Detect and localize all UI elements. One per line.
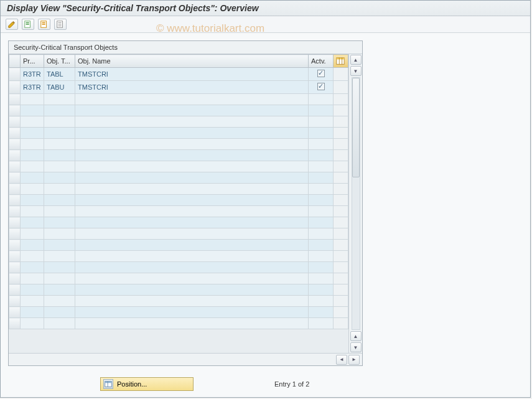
content-area: Security-Critical Transport Objects Pr..…	[1, 33, 530, 366]
edit-icon[interactable]	[6, 19, 18, 30]
scroll-thumb[interactable]	[352, 78, 360, 177]
scroll-right-icon[interactable]: ►	[348, 355, 360, 365]
table-row[interactable]	[9, 240, 348, 251]
table-row[interactable]	[9, 217, 348, 228]
row-selector[interactable]	[9, 195, 21, 206]
svg-rect-5	[42, 24, 45, 25]
row-selector[interactable]	[9, 240, 21, 251]
table-settings-icon[interactable]	[334, 55, 348, 68]
cell-objname: TMSTCRI	[75, 68, 309, 81]
cell-objtype: TABU	[44, 81, 75, 94]
row-selector[interactable]	[9, 105, 21, 116]
cell-pad	[334, 68, 348, 81]
table-row[interactable]	[9, 161, 348, 172]
window-frame: Display View "Security-Critical Transpor…	[0, 0, 531, 398]
entry-counter: Entry 1 of 2	[274, 380, 309, 388]
col-header-actv[interactable]: Actv.	[309, 55, 334, 68]
scroll-bottom-icon[interactable]: ▼	[350, 342, 362, 352]
scroll-left-icon[interactable]: ◄	[336, 355, 347, 365]
row-selector[interactable]	[9, 251, 21, 262]
scroll-track[interactable]	[352, 77, 360, 330]
col-header-objname[interactable]: Obj. Name	[75, 55, 309, 68]
row-selector[interactable]	[9, 172, 21, 184]
row-selector[interactable]	[9, 284, 21, 296]
col-header-objtype[interactable]: Obj. T...	[44, 55, 75, 68]
page-title: Display View "Security-Critical Transpor…	[1, 1, 530, 16]
row-selector[interactable]	[9, 296, 21, 307]
cell-actv[interactable]	[309, 81, 334, 94]
sheet-green-icon[interactable]	[22, 19, 34, 30]
table-row[interactable]	[9, 195, 348, 206]
table-row[interactable]	[9, 318, 348, 329]
footer: Position... Entry 1 of 2	[1, 377, 530, 391]
table-row[interactable]	[9, 206, 348, 217]
row-selector[interactable]	[9, 94, 21, 105]
row-selector[interactable]	[9, 116, 21, 128]
row-selector[interactable]	[9, 262, 21, 273]
table-row[interactable]	[9, 184, 348, 195]
cell-actv[interactable]	[309, 68, 334, 81]
cell-objtype: TABL	[44, 68, 75, 81]
row-selector[interactable]	[9, 273, 21, 284]
position-button-label: Position...	[117, 380, 147, 388]
vertical-scrollbar[interactable]: ▲ ▼ ▲ ▼	[348, 54, 362, 353]
svg-rect-11	[337, 58, 344, 60]
row-selector[interactable]	[9, 161, 21, 172]
svg-rect-4	[42, 22, 45, 24]
row-selector[interactable]	[9, 184, 21, 195]
cell-pr: R3TR	[21, 81, 44, 94]
row-selector[interactable]	[9, 217, 21, 228]
table-row[interactable]	[9, 139, 348, 150]
row-selector[interactable]	[9, 81, 21, 94]
cell-pr: R3TR	[21, 68, 44, 81]
table-row[interactable]	[9, 94, 348, 105]
row-selector[interactable]	[9, 139, 21, 150]
table-row[interactable]	[9, 116, 348, 128]
toolbar	[1, 16, 530, 33]
checkbox-icon[interactable]	[317, 83, 325, 90]
table-row[interactable]	[9, 128, 348, 139]
table-row[interactable]	[9, 307, 348, 318]
table-row[interactable]	[9, 172, 348, 184]
scroll-up-icon[interactable]: ▼	[350, 66, 362, 76]
position-button[interactable]: Position...	[100, 377, 194, 391]
grid-frame: Security-Critical Transport Objects Pr..…	[8, 40, 363, 366]
data-table: Pr... Obj. T... Obj. Name Actv. R3TRTABL…	[9, 54, 348, 329]
row-selector[interactable]	[9, 318, 21, 329]
table-wrap: Pr... Obj. T... Obj. Name Actv. R3TRTABL…	[9, 54, 348, 353]
sheet-lines-icon[interactable]	[54, 19, 67, 30]
row-selector[interactable]	[9, 307, 21, 318]
svg-rect-15	[105, 382, 112, 383]
cell-pad	[334, 81, 348, 94]
cell-objname: TMSTCRI	[75, 81, 309, 94]
table-row[interactable]	[9, 251, 348, 262]
position-icon	[103, 379, 113, 389]
row-selector[interactable]	[9, 228, 21, 240]
table-row[interactable]	[9, 150, 348, 161]
row-selector[interactable]	[9, 68, 21, 81]
table-row[interactable]	[9, 284, 348, 296]
table-row[interactable]	[9, 228, 348, 240]
svg-rect-2	[26, 24, 29, 25]
col-header-pr[interactable]: Pr...	[21, 55, 44, 68]
table-row[interactable]	[9, 262, 348, 273]
table-row[interactable]	[9, 105, 348, 116]
horizontal-scrollbar[interactable]: ◄ ►	[9, 353, 362, 365]
grid-title: Security-Critical Transport Objects	[9, 41, 362, 54]
table-row[interactable]	[9, 273, 348, 284]
table-row[interactable]: R3TRTABLTMSTCRI	[9, 68, 348, 81]
scroll-top-icon[interactable]: ▲	[350, 55, 362, 65]
scroll-down-icon[interactable]: ▲	[350, 331, 362, 341]
table-row[interactable]	[9, 296, 348, 307]
svg-rect-1	[26, 22, 29, 24]
sheet-orange-icon[interactable]	[38, 19, 50, 30]
row-selector[interactable]	[9, 206, 21, 217]
col-header-select[interactable]	[9, 55, 21, 68]
row-selector[interactable]	[9, 150, 21, 161]
table-row[interactable]: R3TRTABUTMSTCRI	[9, 81, 348, 94]
checkbox-icon[interactable]	[317, 70, 325, 77]
row-selector[interactable]	[9, 128, 21, 139]
